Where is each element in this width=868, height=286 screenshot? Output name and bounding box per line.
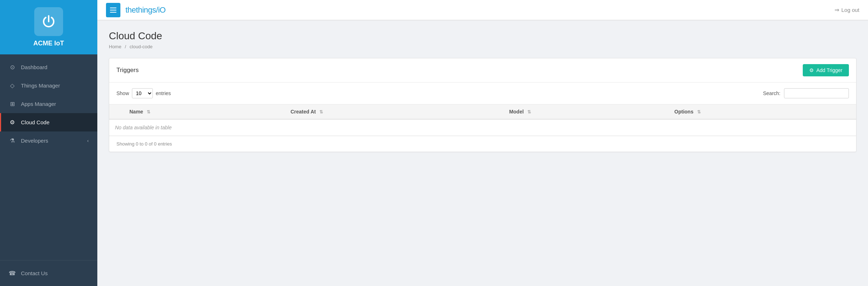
sort-icon-name: ⇅ <box>147 110 150 115</box>
table-row-empty: No data available in table <box>109 119 856 136</box>
col-checkbox <box>109 104 124 119</box>
breadcrumb-home[interactable]: Home <box>109 44 121 49</box>
sidebar: ACME IoT ⊙ Dashboard ◇ Things Manager ⊞ … <box>0 0 97 286</box>
breadcrumb-separator: / <box>125 44 126 49</box>
col-name-label: Name <box>129 109 143 115</box>
cloud-code-icon: ⚙ <box>9 119 16 126</box>
add-trigger-button[interactable]: ⚙ Add Trigger <box>803 64 849 76</box>
gear-icon: ⚙ <box>809 67 814 73</box>
triggers-card: Triggers ⚙ Add Trigger Show 10 25 50 100… <box>109 58 856 152</box>
sidebar-item-label: Cloud Code <box>21 119 49 125</box>
sidebar-bottom: ☎ Contact Us <box>0 260 97 286</box>
brand-logo: thethings/iO <box>125 5 165 15</box>
svg-rect-1 <box>110 10 116 10</box>
table-body: No data available in table <box>109 119 856 136</box>
entries-label: entries <box>156 90 171 96</box>
sidebar-item-label: Things Manager <box>21 82 60 89</box>
col-options-label: Options <box>674 109 694 115</box>
chevron-left-icon: ‹ <box>87 138 89 143</box>
things-manager-icon: ◇ <box>9 82 16 89</box>
sort-icon-model: ⇅ <box>527 110 531 115</box>
sidebar-item-apps-manager[interactable]: ⊞ Apps Manager <box>0 95 97 113</box>
sidebar-item-cloud-code[interactable]: ⚙ Cloud Code <box>0 113 97 131</box>
logout-label: Log out <box>841 7 859 13</box>
sidebar-logo-area: ACME IoT <box>0 0 97 54</box>
sidebar-item-label: Apps Manager <box>21 101 56 107</box>
table-head: Name ⇅ Created At ⇅ Model ⇅ <box>109 104 856 119</box>
sort-icon-options: ⇅ <box>697 110 701 115</box>
main-area: thethings/iO ⇒ Log out Cloud Code Home /… <box>97 0 868 286</box>
empty-message: No data available in table <box>109 119 856 136</box>
developers-icon: ⚗ <box>9 137 16 144</box>
col-name[interactable]: Name ⇅ <box>124 104 285 119</box>
sidebar-item-things-manager[interactable]: ◇ Things Manager <box>0 76 97 95</box>
apps-manager-icon: ⊞ <box>9 100 16 107</box>
logout-icon: ⇒ <box>834 6 839 13</box>
search-group: Search: <box>763 88 849 98</box>
hamburger-button[interactable] <box>106 3 120 17</box>
contact-icon: ☎ <box>9 270 16 277</box>
footer-summary: Showing 0 to 0 of 0 entries <box>116 141 172 147</box>
breadcrumb-current: cloud-code <box>130 44 153 49</box>
entries-select[interactable]: 10 25 50 100 <box>132 88 153 98</box>
show-label: Show <box>116 90 129 96</box>
search-input[interactable] <box>784 88 849 98</box>
col-model[interactable]: Model ⇅ <box>503 104 668 119</box>
table-wrap: Name ⇅ Created At ⇅ Model ⇅ <box>109 104 856 136</box>
svg-rect-0 <box>110 8 116 8</box>
add-trigger-label: Add Trigger <box>816 67 842 73</box>
page-content: Cloud Code Home / cloud-code Triggers ⚙ … <box>97 20 868 286</box>
col-model-label: Model <box>509 109 523 115</box>
sidebar-item-label: Dashboard <box>21 64 47 70</box>
power-icon <box>40 13 57 30</box>
topnav: thethings/iO ⇒ Log out <box>97 0 868 20</box>
sidebar-item-label: Developers <box>21 138 48 144</box>
topnav-left: thethings/iO <box>106 3 165 17</box>
brand-name: thethings <box>125 5 156 14</box>
sidebar-navigation: ⊙ Dashboard ◇ Things Manager ⊞ Apps Mana… <box>0 54 97 260</box>
table-footer: Showing 0 to 0 of 0 entries <box>109 136 856 152</box>
col-created-at[interactable]: Created At ⇅ <box>285 104 503 119</box>
card-title: Triggers <box>116 67 139 74</box>
col-created-at-label: Created At <box>291 109 316 115</box>
breadcrumb: Home / cloud-code <box>109 44 856 49</box>
table-controls: Show 10 25 50 100 entries Search: <box>109 82 856 104</box>
company-logo-icon <box>34 7 63 36</box>
brand-suffix: iO <box>158 5 165 14</box>
triggers-table: Name ⇅ Created At ⇅ Model ⇅ <box>109 104 856 136</box>
search-label: Search: <box>763 90 780 96</box>
sidebar-item-contact-us[interactable]: ☎ Contact Us <box>0 264 97 282</box>
table-header-row: Name ⇅ Created At ⇅ Model ⇅ <box>109 104 856 119</box>
sidebar-item-dashboard[interactable]: ⊙ Dashboard <box>0 58 97 76</box>
sidebar-item-developers[interactable]: ⚗ Developers ‹ <box>0 131 97 150</box>
show-entries-group: Show 10 25 50 100 entries <box>116 88 171 98</box>
company-name: ACME IoT <box>34 40 64 47</box>
hamburger-icon <box>110 8 116 13</box>
logout-button[interactable]: ⇒ Log out <box>834 6 859 13</box>
sidebar-item-label: Contact Us <box>21 270 48 276</box>
card-header: Triggers ⚙ Add Trigger <box>109 58 856 82</box>
svg-rect-2 <box>110 12 116 13</box>
col-options[interactable]: Options ⇅ <box>669 104 856 119</box>
page-title: Cloud Code <box>109 30 856 42</box>
dashboard-icon: ⊙ <box>9 64 16 71</box>
sort-icon-created: ⇅ <box>319 110 323 115</box>
